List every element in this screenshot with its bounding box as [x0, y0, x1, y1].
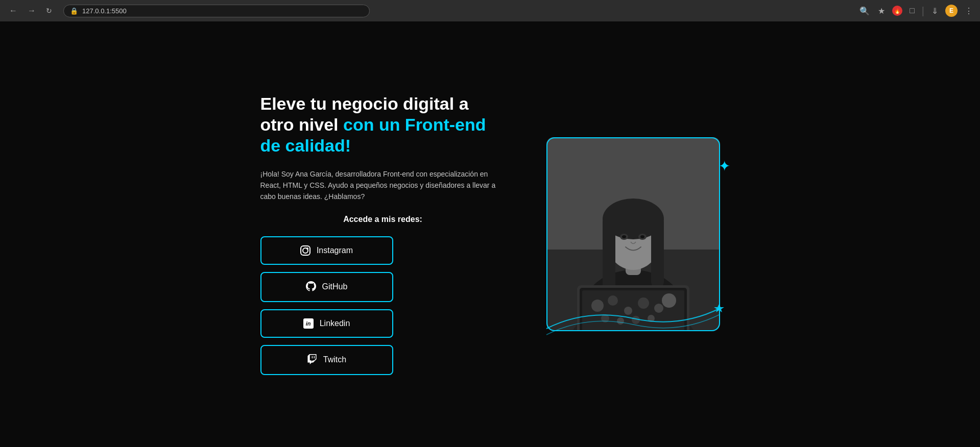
- svg-point-24: [648, 315, 655, 322]
- svg-point-11: [622, 235, 626, 238]
- left-section: Eleve tu negocio digital a otro nivel co…: [260, 93, 506, 375]
- lock-icon: 🔒: [70, 7, 78, 15]
- browser-chrome: ← → ↻ 🔒 127.0.0.1:5500 🔍 ★ 🔥 □ | ⇓ E ⋮: [0, 0, 980, 21]
- linkedin-icon: in: [303, 318, 314, 329]
- right-section: ✦: [546, 137, 720, 331]
- instagram-button[interactable]: Instagram: [260, 236, 393, 265]
- networks-label: Accede a mis redes:: [260, 215, 506, 224]
- bookmark-button[interactable]: ★: [877, 5, 886, 17]
- svg-point-19: [638, 297, 649, 309]
- instagram-icon: [300, 245, 310, 256]
- search-button[interactable]: 🔍: [858, 5, 871, 17]
- svg-point-22: [617, 317, 624, 325]
- url-text: 127.0.0.1:5500: [82, 7, 127, 15]
- svg-point-23: [632, 316, 640, 324]
- twitch-button[interactable]: Twitch: [260, 345, 393, 375]
- profile-avatar[interactable]: E: [945, 5, 958, 17]
- refresh-button[interactable]: ↻: [43, 5, 55, 17]
- svg-point-18: [624, 307, 632, 315]
- address-bar[interactable]: 🔒 127.0.0.1:5500: [63, 5, 370, 17]
- twitch-icon: [307, 354, 317, 366]
- svg-point-16: [591, 300, 604, 312]
- github-label: GitHub: [322, 282, 348, 291]
- profile-photo: [546, 137, 720, 331]
- social-buttons-container: Instagram GitHub in Linkedin: [260, 236, 506, 375]
- svg-point-20: [654, 304, 663, 313]
- main-heading: Eleve tu negocio digital a otro nivel co…: [260, 93, 506, 156]
- svg-point-21: [601, 314, 609, 322]
- svg-point-17: [608, 295, 618, 306]
- instagram-label: Instagram: [317, 246, 353, 255]
- download-button[interactable]: ⇓: [930, 5, 939, 17]
- github-icon: [306, 281, 316, 293]
- description-text: ¡Hola! Soy Ana García, desarrolladora Fr…: [260, 168, 506, 203]
- menu-button[interactable]: ⋮: [964, 5, 974, 17]
- svg-point-12: [640, 235, 644, 238]
- back-button[interactable]: ←: [6, 4, 20, 17]
- extensions-button[interactable]: □: [909, 5, 916, 16]
- photo-frame: ✦: [546, 137, 720, 331]
- decorative-star: ✦: [719, 158, 730, 175]
- separator: |: [922, 5, 924, 17]
- forward-button[interactable]: →: [25, 4, 39, 17]
- photo-placeholder: [546, 137, 720, 331]
- page-content: Eleve tu negocio digital a otro nivel co…: [0, 21, 980, 447]
- twitch-label: Twitch: [323, 355, 346, 364]
- svg-point-25: [662, 293, 676, 308]
- browser-toolbar: 🔍 ★ 🔥 □ | ⇓ E ⋮: [858, 5, 974, 17]
- svg-rect-8: [651, 216, 664, 288]
- flame-icon: 🔥: [892, 6, 902, 16]
- linkedin-label: Linkedin: [320, 319, 350, 328]
- github-button[interactable]: GitHub: [260, 272, 393, 302]
- linkedin-button[interactable]: in Linkedin: [260, 309, 393, 338]
